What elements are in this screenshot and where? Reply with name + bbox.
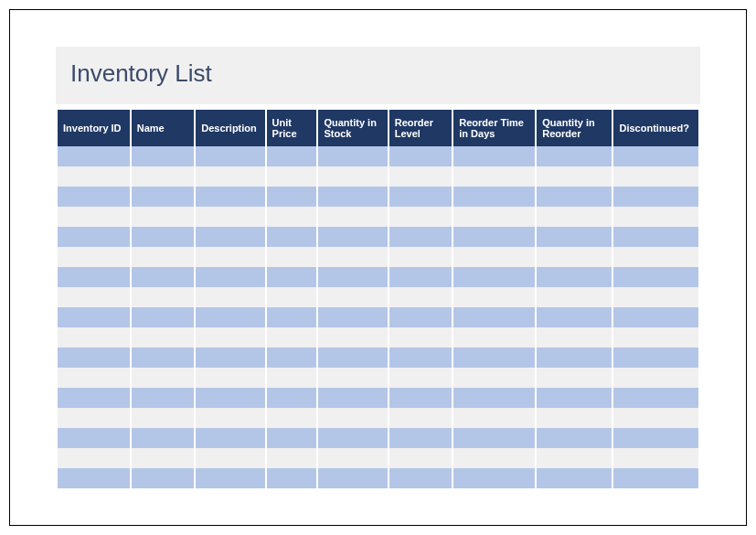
table-cell[interactable] xyxy=(537,267,612,287)
table-cell[interactable] xyxy=(267,408,317,428)
table-cell[interactable] xyxy=(267,287,317,307)
table-cell[interactable] xyxy=(196,348,264,368)
table-cell[interactable] xyxy=(453,368,535,388)
table-cell[interactable] xyxy=(537,247,612,267)
table-cell[interactable] xyxy=(453,307,535,327)
table-cell[interactable] xyxy=(132,146,195,166)
table-cell[interactable] xyxy=(196,408,264,428)
table-cell[interactable] xyxy=(453,227,535,247)
table-cell[interactable] xyxy=(613,348,698,368)
table-cell[interactable] xyxy=(318,307,387,327)
table-cell[interactable] xyxy=(453,287,535,307)
table-cell[interactable] xyxy=(537,227,612,247)
table-cell[interactable] xyxy=(132,247,195,267)
table-cell[interactable] xyxy=(58,287,130,307)
table-cell[interactable] xyxy=(318,247,387,267)
table-cell[interactable] xyxy=(318,146,387,166)
table-cell[interactable] xyxy=(58,368,130,388)
table-cell[interactable] xyxy=(537,368,612,388)
table-cell[interactable] xyxy=(58,146,130,166)
table-cell[interactable] xyxy=(196,388,264,408)
table-cell[interactable] xyxy=(537,448,612,468)
table-cell[interactable] xyxy=(389,227,453,247)
table-cell[interactable] xyxy=(613,388,698,408)
table-cell[interactable] xyxy=(389,468,453,488)
table-cell[interactable] xyxy=(267,468,317,488)
table-cell[interactable] xyxy=(267,448,317,468)
table-cell[interactable] xyxy=(453,247,535,267)
table-cell[interactable] xyxy=(537,408,612,428)
table-cell[interactable] xyxy=(196,166,264,187)
table-cell[interactable] xyxy=(389,327,453,348)
table-cell[interactable] xyxy=(453,428,535,448)
table-cell[interactable] xyxy=(196,428,264,448)
table-cell[interactable] xyxy=(132,227,195,247)
table-cell[interactable] xyxy=(267,428,317,448)
table-cell[interactable] xyxy=(453,327,535,348)
table-cell[interactable] xyxy=(132,468,195,488)
table-cell[interactable] xyxy=(196,287,264,307)
table-cell[interactable] xyxy=(613,448,698,468)
table-cell[interactable] xyxy=(132,428,195,448)
table-cell[interactable] xyxy=(389,247,453,267)
table-cell[interactable] xyxy=(318,166,387,187)
table-cell[interactable] xyxy=(58,428,130,448)
table-cell[interactable] xyxy=(267,267,317,287)
table-cell[interactable] xyxy=(196,227,264,247)
table-cell[interactable] xyxy=(58,448,130,468)
table-cell[interactable] xyxy=(389,368,453,388)
table-cell[interactable] xyxy=(318,428,387,448)
table-cell[interactable] xyxy=(613,207,698,227)
table-cell[interactable] xyxy=(537,327,612,348)
table-cell[interactable] xyxy=(267,207,317,227)
table-cell[interactable] xyxy=(318,408,387,428)
table-cell[interactable] xyxy=(267,348,317,368)
table-cell[interactable] xyxy=(537,468,612,488)
table-cell[interactable] xyxy=(613,327,698,348)
table-cell[interactable] xyxy=(132,327,195,348)
table-cell[interactable] xyxy=(318,448,387,468)
table-cell[interactable] xyxy=(267,187,317,207)
table-cell[interactable] xyxy=(132,287,195,307)
table-cell[interactable] xyxy=(453,187,535,207)
table-cell[interactable] xyxy=(196,307,264,327)
table-cell[interactable] xyxy=(196,468,264,488)
table-cell[interactable] xyxy=(132,207,195,227)
table-cell[interactable] xyxy=(132,307,195,327)
table-cell[interactable] xyxy=(267,166,317,187)
table-cell[interactable] xyxy=(537,307,612,327)
table-cell[interactable] xyxy=(537,428,612,448)
table-cell[interactable] xyxy=(389,307,453,327)
table-cell[interactable] xyxy=(318,227,387,247)
table-cell[interactable] xyxy=(389,448,453,468)
table-cell[interactable] xyxy=(613,408,698,428)
table-cell[interactable] xyxy=(537,187,612,207)
table-cell[interactable] xyxy=(453,146,535,166)
table-cell[interactable] xyxy=(58,327,130,348)
table-cell[interactable] xyxy=(613,146,698,166)
table-cell[interactable] xyxy=(453,468,535,488)
table-cell[interactable] xyxy=(453,166,535,187)
table-cell[interactable] xyxy=(389,207,453,227)
table-cell[interactable] xyxy=(267,388,317,408)
table-cell[interactable] xyxy=(318,388,387,408)
table-cell[interactable] xyxy=(58,207,130,227)
table-cell[interactable] xyxy=(389,348,453,368)
table-cell[interactable] xyxy=(318,207,387,227)
table-cell[interactable] xyxy=(58,388,130,408)
table-cell[interactable] xyxy=(196,146,264,166)
table-cell[interactable] xyxy=(318,368,387,388)
table-cell[interactable] xyxy=(453,348,535,368)
table-cell[interactable] xyxy=(613,307,698,327)
table-cell[interactable] xyxy=(196,448,264,468)
table-cell[interactable] xyxy=(613,187,698,207)
table-cell[interactable] xyxy=(58,247,130,267)
table-cell[interactable] xyxy=(613,267,698,287)
table-cell[interactable] xyxy=(453,448,535,468)
table-cell[interactable] xyxy=(58,408,130,428)
table-cell[interactable] xyxy=(132,267,195,287)
table-cell[interactable] xyxy=(389,287,453,307)
table-cell[interactable] xyxy=(267,227,317,247)
table-cell[interactable] xyxy=(58,468,130,488)
table-cell[interactable] xyxy=(58,166,130,187)
